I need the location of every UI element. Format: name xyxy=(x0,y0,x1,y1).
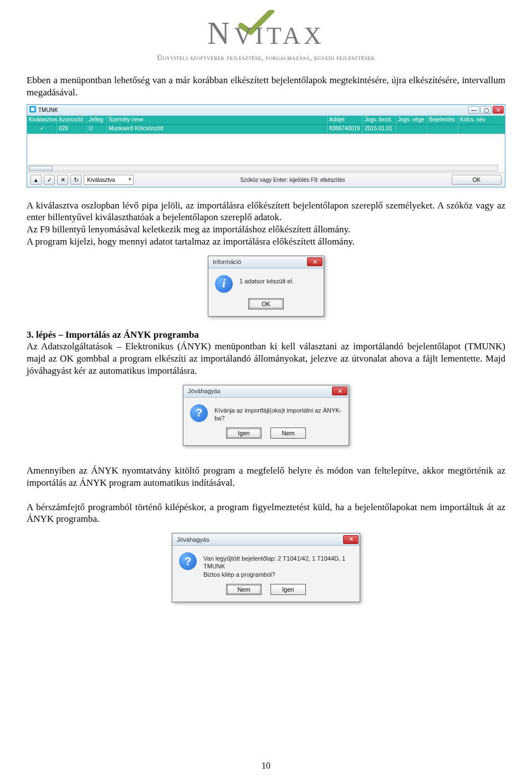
confirm-dialog-title: Jóváhagyás xyxy=(188,388,221,394)
ok-button-label: OK xyxy=(473,177,480,183)
close-icon[interactable]: ✕ xyxy=(307,257,323,266)
logo-text: VITAX xyxy=(234,22,325,50)
logo-letter: N xyxy=(207,16,231,51)
paragraph-intro: Ebben a menüpontban lehetőség van a már … xyxy=(27,74,505,99)
logo: N VITAX xyxy=(207,16,325,51)
tmunk-grid-body xyxy=(27,134,505,172)
horizontal-scrollbar[interactable] xyxy=(28,165,498,171)
step3-body: Az Adatszolgáltatások – Elektronikus (ÁN… xyxy=(27,341,505,376)
close-icon[interactable]: ✕ xyxy=(343,535,359,544)
exit-yes-label: Igen xyxy=(282,586,294,593)
paragraph-anyk-after: Amennyiben az ÁNYK nyomtatvány kitöltő p… xyxy=(27,465,505,489)
col-azonosito[interactable]: Azonosító xyxy=(57,116,87,124)
maximize-button[interactable]: ▢ xyxy=(480,106,492,114)
table-row[interactable]: ✓ 029 U Munkaerő Kölcsönzött 8386740019 … xyxy=(27,125,505,134)
cell-check: ✓ xyxy=(27,125,57,134)
info-dialog-text: 1 adatsor készült el. xyxy=(239,275,294,285)
cell-bej xyxy=(427,125,458,134)
exit-yes-button[interactable]: Igen xyxy=(270,584,306,595)
question-icon: ? xyxy=(179,552,197,570)
col-jelleg[interactable]: Jelleg xyxy=(87,116,107,124)
tmunk-window: TMUNK — ▢ ✕ Kiválasztva Azonosító Jelleg… xyxy=(27,104,505,187)
confirm-dialog-text: Kívánja az importfájl(oka)t importálni a… xyxy=(214,404,342,423)
cell-adojel: 8386740019 xyxy=(328,125,363,134)
svg-rect-1 xyxy=(31,108,34,111)
close-icon[interactable]: ✕ xyxy=(332,387,347,395)
filter-combo-value: Kiválasztva xyxy=(87,177,115,183)
info-dialog-titlebar: Információ ✕ xyxy=(208,256,324,268)
accept-button[interactable]: ✓ xyxy=(44,175,55,185)
paragraph-exit-warning: A bérszámfejtő programból történő kilépé… xyxy=(27,501,505,526)
col-kolcsnev[interactable]: Kölcs. név xyxy=(458,116,505,124)
tmunk-statusbar: ▴ ✓ ✕ ↻ Kiválasztva Szóköz vagy Enter: k… xyxy=(27,172,505,187)
cell-vege xyxy=(396,125,427,134)
nav-up-button[interactable]: ▴ xyxy=(30,175,42,185)
exit-dialog-line2: Biztos kilép a programból? xyxy=(203,571,275,578)
confirm-no-label: Nem xyxy=(282,430,294,436)
cell-kezd: 2015.01.01 xyxy=(363,125,396,134)
exit-dialog-line1: Van legyűjtött bejelentőlap: 2 T1041/42,… xyxy=(203,555,345,570)
cell-azon: 029 xyxy=(57,125,87,134)
confirm-no-button[interactable]: Nem xyxy=(270,428,306,439)
info-dialog-title: Információ xyxy=(213,258,241,265)
info-ok-button[interactable]: OK xyxy=(248,298,284,309)
exit-dialog-titlebar: Jóváhagyás ✕ xyxy=(172,533,360,546)
col-szemelynev[interactable]: Személy neve xyxy=(107,116,328,124)
confirm-yes-button[interactable]: Igen xyxy=(226,428,262,439)
confirm-yes-label: Igen xyxy=(238,430,249,436)
col-jogvkezd[interactable]: Jogv. kezd. xyxy=(363,116,396,124)
filter-combo[interactable]: Kiválasztva xyxy=(84,175,134,185)
cell-kolcs xyxy=(458,125,505,134)
header: N VITAX Ügyviteli szoftverek fejlesztése… xyxy=(27,16,505,62)
exit-dialog-title: Jóváhagyás xyxy=(177,536,209,543)
question-icon: ? xyxy=(190,404,208,422)
info-icon: i xyxy=(215,275,233,293)
app-icon xyxy=(29,106,36,114)
col-bejelentes[interactable]: Bejelentés xyxy=(427,116,458,124)
page-number: 10 xyxy=(0,761,532,771)
close-button[interactable]: ✕ xyxy=(493,106,504,114)
exit-no-label: Nem xyxy=(237,586,250,593)
confirm-dialog: Jóváhagyás ✕ ? Kívánja az importfájl(oka… xyxy=(183,385,349,446)
paragraph-after-tmunk-3: A program kijelzi, hogy mennyi adatot ta… xyxy=(27,236,505,248)
status-hint: Szóköz vagy Enter: kijelölés F9: elkészí… xyxy=(241,177,345,183)
step3-heading: 3. lépés – Importálás az ÁNYK programba xyxy=(27,329,199,340)
logo-tagline: Ügyviteli szoftverek fejlesztése, forgal… xyxy=(27,53,505,62)
tmunk-titlebar: TMUNK — ▢ ✕ xyxy=(27,105,505,116)
ok-button[interactable]: OK xyxy=(452,175,502,185)
reject-button[interactable]: ✕ xyxy=(57,175,68,185)
col-kivalasztva[interactable]: Kiválasztva xyxy=(27,116,57,124)
exit-dialog-text: Van legyűjtött bejelentőlap: 2 T1041/42,… xyxy=(203,552,353,578)
cell-nev: Munkaerő Kölcsönzött xyxy=(107,125,328,134)
info-dialog: Információ ✕ i 1 adatsor készült el. OK xyxy=(208,256,324,317)
paragraph-step3: 3. lépés – Importálás az ÁNYK programba … xyxy=(27,329,505,377)
cell-jelleg: U xyxy=(87,125,107,134)
tmunk-title-text: TMUNK xyxy=(38,107,58,113)
info-ok-label: OK xyxy=(262,301,270,307)
col-adojel[interactable]: Adójel xyxy=(328,116,363,124)
confirm-dialog-titlebar: Jóváhagyás ✕ xyxy=(183,385,349,398)
refresh-button[interactable]: ↻ xyxy=(70,175,81,185)
minimize-button[interactable]: — xyxy=(468,106,479,114)
exit-no-button[interactable]: Nem xyxy=(226,584,262,595)
paragraph-after-tmunk-2: Az F9 billentyű lenyomásával keletkezik … xyxy=(27,223,505,236)
exit-dialog: Jóváhagyás ✕ ? Van legyűjtött bejelentől… xyxy=(172,533,360,602)
paragraph-after-tmunk-1: A kiválasztva oszlopban lévő pipa jelöli… xyxy=(27,200,505,224)
col-jogvvege[interactable]: Jogv. vége xyxy=(396,116,427,124)
tmunk-grid-header: Kiválasztva Azonosító Jelleg Személy nev… xyxy=(27,116,505,125)
